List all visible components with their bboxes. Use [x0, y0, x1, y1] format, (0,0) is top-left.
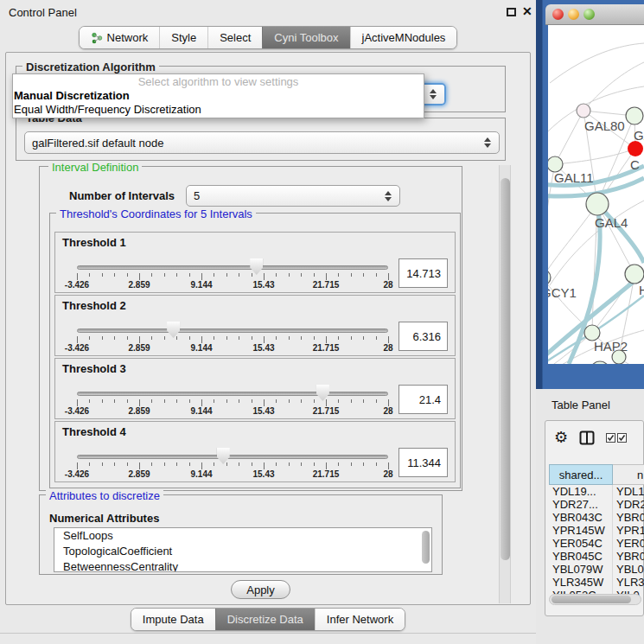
interval-definition-title: Interval Definition [48, 161, 142, 174]
network-view[interactable]: GAL80GACGAL11GAL4GCY1HHAP2 [548, 25, 644, 364]
panel-scrollbar-thumb[interactable] [501, 178, 510, 560]
dropdown-item[interactable]: Equal Width/Frequency Discretization [13, 103, 424, 117]
zoom-traffic-light-icon[interactable] [583, 9, 595, 20]
network-node[interactable] [548, 270, 551, 285]
slider-track[interactable] [77, 392, 388, 396]
column-header-shared-name[interactable]: shared... [549, 464, 613, 485]
tick-label: 2.859 [128, 469, 150, 479]
tab-jactivemnodules[interactable]: jActiveMNodules [350, 27, 457, 48]
column-header-name[interactable]: n [613, 464, 644, 485]
table-hscrollbar-track[interactable] [549, 594, 641, 605]
numerical-attributes-list[interactable]: SelfLoopsTopologicalCoefficientBetweenne… [54, 527, 432, 572]
minor-tick [102, 462, 103, 466]
tick-label: 9.144 [190, 280, 212, 290]
num-intervals-combo[interactable]: 5 [186, 185, 400, 207]
network-node[interactable] [590, 361, 609, 364]
threshold-value-field[interactable]: 14.713 [399, 258, 448, 288]
network-node[interactable] [625, 265, 644, 284]
tab-discretize-data[interactable]: Discretize Data [215, 609, 315, 630]
threshold-slider[interactable]: -3.4262.8599.14415.4321.71528 [77, 383, 388, 418]
minor-tick [252, 273, 252, 277]
table-row[interactable]: YDR27...YDR2 [549, 498, 644, 511]
threshold-label: Threshold 1 [62, 236, 126, 249]
gear-icon[interactable]: ⚙ [554, 430, 568, 445]
tab-label: Discretize Data [227, 613, 303, 626]
cell-shared-name: YDL19... [549, 485, 613, 498]
network-node[interactable] [628, 141, 643, 156]
threshold-value-field[interactable]: 21.4 [399, 385, 448, 414]
checkbox-icon[interactable] [617, 433, 627, 443]
close-traffic-light-icon[interactable] [552, 9, 564, 20]
apply-button[interactable]: Apply [231, 580, 290, 599]
slider-track[interactable] [77, 455, 388, 459]
network-node[interactable] [577, 104, 590, 118]
major-tick [264, 273, 265, 280]
dropdown-item[interactable]: Manual Discretization [13, 89, 424, 103]
tab-impute-data[interactable]: Impute Data [131, 609, 215, 630]
minor-tick [239, 336, 239, 340]
minor-tick [189, 273, 190, 277]
slider-handle[interactable] [167, 322, 180, 338]
minor-tick [127, 273, 128, 277]
attribute-list-item[interactable]: SelfLoops [54, 528, 431, 544]
network-edge [548, 204, 597, 277]
minor-tick [214, 273, 214, 277]
minor-tick [276, 399, 277, 403]
threshold-slider[interactable]: -3.4262.8599.14415.4321.71528 [77, 320, 388, 354]
network-node[interactable] [626, 107, 643, 124]
columns-icon[interactable] [579, 430, 595, 445]
attribute-list-item[interactable]: TopologicalCoefficient [54, 544, 431, 559]
threshold-slider[interactable]: -3.4262.8599.14415.4321.71528 [77, 257, 388, 291]
minimize-traffic-light-icon[interactable] [568, 9, 579, 20]
minor-tick [363, 399, 364, 403]
tab-infer-network[interactable]: Infer Network [315, 609, 405, 630]
checkbox-icon[interactable] [606, 433, 615, 443]
minor-tick [164, 462, 165, 466]
threshold-panel: Threshold 1-3.4262.8599.14415.4321.71528… [54, 232, 456, 293]
slider-handle[interactable] [316, 385, 329, 401]
tab-label: Select [220, 31, 251, 44]
table-row[interactable]: YPR145WYPR1 [549, 524, 644, 537]
minor-tick [276, 336, 277, 340]
major-tick [201, 273, 202, 280]
tab-select[interactable]: Select [207, 27, 262, 48]
minor-tick [226, 462, 227, 466]
slider-track[interactable] [77, 265, 388, 270]
list-scrollbar[interactable] [422, 531, 430, 564]
tab-network[interactable]: Network [80, 27, 160, 48]
float-window-icon[interactable] [507, 8, 516, 16]
minor-tick [102, 273, 103, 277]
threshold-label: Threshold 2 [62, 299, 126, 312]
minor-tick [338, 336, 339, 340]
minor-tick [252, 399, 252, 403]
minor-tick [239, 399, 239, 403]
tab-style[interactable]: Style [159, 27, 207, 48]
slider-track[interactable] [77, 328, 388, 333]
threshold-value-field[interactable]: 6.316 [399, 322, 448, 351]
table-row[interactable]: YBR045CYBR0 [549, 550, 644, 563]
cell-name: YPR1 [613, 524, 644, 537]
major-tick [388, 462, 389, 469]
slider-handle[interactable] [217, 448, 230, 464]
minor-tick [252, 336, 252, 340]
tab-cyni-toolbox[interactable]: Cyni Toolbox [262, 27, 349, 48]
table-row[interactable]: YBR043CYBR0 [549, 511, 644, 524]
table-row[interactable]: YER054CYER0 [549, 537, 644, 550]
table-data-combo[interactable]: galFiltered.sif default node [24, 131, 500, 154]
minor-tick [214, 399, 214, 403]
network-node[interactable] [586, 193, 609, 215]
threshold-value-field[interactable]: 11.344 [399, 448, 448, 477]
table-hscrollbar-thumb[interactable] [552, 596, 631, 603]
tab-label: Impute Data [143, 613, 204, 626]
table-row[interactable]: YLR345WYLR3 [549, 576, 644, 589]
threshold-slider[interactable]: -3.4262.8599.14415.4321.71528 [77, 446, 388, 481]
minor-tick [114, 399, 115, 403]
table-row[interactable]: YDL19...YDL1 [549, 485, 644, 498]
close-icon[interactable]: ✕ [522, 4, 532, 18]
attribute-list-item[interactable]: BetweennessCentrality [54, 559, 431, 572]
threshold-coordinates-title: Threshold's Coordinates for 5 Intervals [56, 207, 256, 220]
node-label: GA [634, 128, 644, 143]
table-row[interactable]: YBL079WYBL0 [549, 563, 644, 576]
minor-tick [127, 462, 128, 466]
tick-label: 28 [383, 280, 392, 290]
